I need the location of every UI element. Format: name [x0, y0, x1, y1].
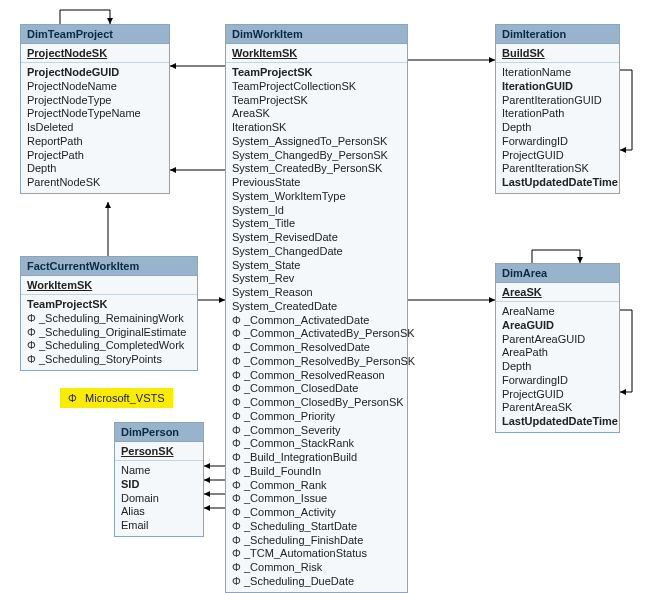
field-row: Φ_Build_FoundIn	[232, 465, 401, 479]
field-row: Φ_Common_Rank	[232, 479, 401, 493]
field-label: ParentAreaGUID	[502, 333, 585, 345]
table-fields: ProjectNodeGUIDProjectNodeNameProjectNod…	[21, 63, 169, 193]
field-label: ProjectNodeName	[27, 80, 117, 92]
field-label: ForwardingID	[502, 374, 568, 386]
field-row: Depth	[502, 360, 613, 374]
field-label: Name	[121, 464, 150, 476]
field-label: LastUpdatedDateTime	[502, 415, 618, 427]
field-label: ParentNodeSK	[27, 176, 100, 188]
field-row: System_CreatedBy_PersonSK	[232, 162, 401, 176]
field-row: Φ_Common_ClosedBy_PersonSK	[232, 396, 401, 410]
phi-icon: Φ	[232, 410, 244, 424]
field-label: System_Id	[232, 204, 284, 216]
field-label: ProjectGUID	[502, 388, 564, 400]
field-row: PreviousState	[232, 176, 401, 190]
field-label: AreaGUID	[502, 319, 554, 331]
field-label: _Common_ResolvedBy_PersonSK	[244, 355, 415, 367]
phi-icon: Φ	[232, 465, 244, 479]
field-row: Φ_Common_ResolvedReason	[232, 369, 401, 383]
field-row: Alias	[121, 505, 197, 519]
field-row: ParentNodeSK	[27, 176, 163, 190]
legend-label: Microsoft_VSTS	[85, 392, 164, 404]
table-pk: PersonSK	[115, 442, 203, 461]
field-row: Depth	[27, 162, 163, 176]
field-row: IterationGUID	[502, 80, 613, 94]
field-row: ForwardingID	[502, 374, 613, 388]
field-label: _Build_IntegrationBuild	[244, 451, 357, 463]
field-label: ProjectPath	[27, 149, 84, 161]
field-label: System_CreatedDate	[232, 300, 337, 312]
table-title: DimTeamProject	[21, 25, 169, 44]
field-row: Domain	[121, 492, 197, 506]
field-label: AreaSK	[232, 107, 270, 119]
field-label: _Scheduling_StartDate	[244, 520, 357, 532]
field-label: System_Reason	[232, 286, 313, 298]
field-row: Φ_Common_ResolvedBy_PersonSK	[232, 355, 401, 369]
field-row: AreaGUID	[502, 319, 613, 333]
field-row: Φ_Scheduling_CompletedWork	[27, 339, 191, 353]
field-label: TeamProjectSK	[27, 298, 108, 310]
field-row: ProjectNodeName	[27, 80, 163, 94]
field-row: Φ_Common_ResolvedDate	[232, 341, 401, 355]
field-label: ParentAreaSK	[502, 401, 572, 413]
field-row: IterationSK	[232, 121, 401, 135]
field-row: ParentAreaSK	[502, 401, 613, 415]
field-row: TeamProjectSK	[232, 66, 401, 80]
field-row: LastUpdatedDateTime	[502, 415, 613, 429]
field-label: _Build_FoundIn	[244, 465, 321, 477]
field-row: System_WorkItemType	[232, 190, 401, 204]
field-row: LastUpdatedDateTime	[502, 176, 613, 190]
field-label: _Common_ResolvedDate	[244, 341, 370, 353]
field-row: ParentIterationGUID	[502, 94, 613, 108]
phi-icon: Φ	[232, 492, 244, 506]
field-row: Φ_Common_Risk	[232, 561, 401, 575]
phi-icon: Φ	[232, 314, 244, 328]
field-label: Email	[121, 519, 149, 531]
field-label: _Scheduling_DueDate	[244, 575, 354, 587]
field-row: Name	[121, 464, 197, 478]
field-label: IterationSK	[232, 121, 286, 133]
field-row: ProjectNodeTypeName	[27, 107, 163, 121]
field-label: ParentIterationGUID	[502, 94, 602, 106]
field-row: Φ_Scheduling_RemainingWork	[27, 312, 191, 326]
field-row: Φ_TCM_AutomationStatus	[232, 547, 401, 561]
field-label: System_AssignedTo_PersonSK	[232, 135, 387, 147]
phi-icon: Φ	[27, 353, 39, 367]
field-row: ProjectGUID	[502, 388, 613, 402]
field-label: TeamProjectCollectionSK	[232, 80, 356, 92]
field-label: _Common_Risk	[244, 561, 322, 573]
phi-icon: Φ	[232, 382, 244, 396]
field-label: System_State	[232, 259, 300, 271]
field-label: _Common_ClosedBy_PersonSK	[244, 396, 404, 408]
table-pk: AreaSK	[496, 283, 619, 302]
phi-icon: Φ	[232, 534, 244, 548]
field-row: ReportPath	[27, 135, 163, 149]
field-label: ParentIterationSK	[502, 162, 589, 174]
field-row: AreaSK	[232, 107, 401, 121]
field-label: TeamProjectSK	[232, 94, 308, 106]
field-label: _Common_Priority	[244, 410, 335, 422]
field-row: Φ_Common_ActivatedBy_PersonSK	[232, 327, 401, 341]
field-row: System_Reason	[232, 286, 401, 300]
field-row: Φ_Build_IntegrationBuild	[232, 451, 401, 465]
field-row: System_Title	[232, 217, 401, 231]
phi-icon: Φ	[232, 424, 244, 438]
field-row: AreaPath	[502, 346, 613, 360]
field-label: Domain	[121, 492, 159, 504]
table-dim-iteration: DimIteration BuildSK IterationNameIterat…	[495, 24, 620, 194]
field-label: LastUpdatedDateTime	[502, 176, 618, 188]
field-label: _Common_Rank	[244, 479, 327, 491]
field-row: System_State	[232, 259, 401, 273]
phi-icon: Φ	[27, 339, 39, 353]
table-title: DimPerson	[115, 423, 203, 442]
field-row: ParentAreaGUID	[502, 333, 613, 347]
table-pk: BuildSK	[496, 44, 619, 63]
field-row: IsDeleted	[27, 121, 163, 135]
field-label: _TCM_AutomationStatus	[244, 547, 367, 559]
field-row: ParentIterationSK	[502, 162, 613, 176]
field-row: Φ_Common_ActivatedDate	[232, 314, 401, 328]
legend-microsoft-vsts: Φ Microsoft_VSTS	[60, 388, 173, 408]
phi-icon: Φ	[232, 341, 244, 355]
phi-icon: Φ	[68, 392, 82, 404]
table-pk: WorkItemSK	[226, 44, 407, 63]
